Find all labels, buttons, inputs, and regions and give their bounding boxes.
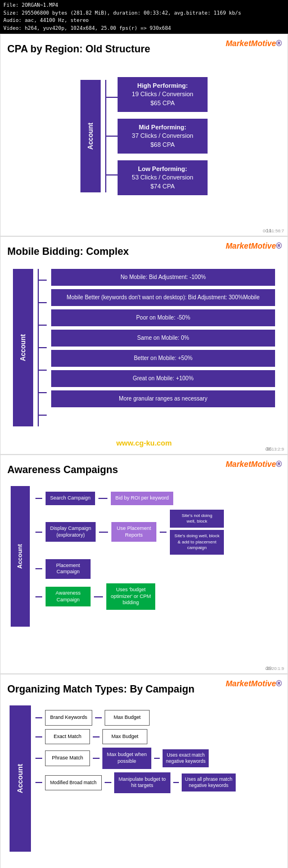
aw-display-campaign: Display Campaign(exploratory) bbox=[46, 522, 96, 542]
aw-placement-campaign: PlacementCampaign bbox=[46, 559, 91, 579]
m-tick3 bbox=[35, 758, 42, 759]
tick1 bbox=[106, 97, 118, 98]
tick3 bbox=[106, 174, 118, 176]
match-row-1: Brand Keywords Max Budget bbox=[35, 710, 278, 726]
video-info-line4: Video: h264, yuv420p, 1024x684, 25.00 fp… bbox=[3, 25, 285, 33]
slide1: MarketMotive® CPA by Region: Old Structu… bbox=[0, 34, 288, 236]
match-max-budget-2: Max Budget bbox=[102, 729, 147, 745]
m-arrow4b bbox=[173, 782, 179, 783]
slide1-content: Account High Performing:19 Clicks / Conv… bbox=[7, 63, 281, 209]
logo-motive: Motive bbox=[251, 39, 276, 48]
cpa-box-low: Low Performing:53 Clicks / Conversion$74… bbox=[118, 160, 208, 195]
logo-motive4: Motive bbox=[251, 679, 276, 688]
aw-arrow1 bbox=[98, 498, 107, 499]
slide2: MarketMotive® Mobile Bidding: Complex Ac… bbox=[0, 236, 288, 455]
mobile-box-3: Same on Mobile: 0% bbox=[51, 330, 275, 347]
m-tick7 bbox=[39, 415, 47, 416]
logo-slide2: MarketMotive® bbox=[226, 241, 282, 250]
bracket-ticks bbox=[106, 80, 118, 192]
logo-market2: Market bbox=[226, 241, 251, 250]
m-arrow3 bbox=[93, 758, 100, 759]
watermark: www.cg-ku.com bbox=[7, 439, 281, 447]
match-row-4: Modified Broad match Manipulate budget t… bbox=[35, 772, 278, 793]
m-arrow4 bbox=[105, 782, 111, 783]
slide3-account-bar: Account bbox=[11, 486, 29, 627]
video-info-line1: File: 2ORGAN~1.MP4 bbox=[3, 2, 285, 10]
m-tick6 bbox=[39, 392, 47, 393]
aw-budget-optimizer: Uses 'budgetoptimizer' or CPMbidding bbox=[106, 583, 155, 610]
mobile-box-1: Mobile Better (keywords don't want on de… bbox=[51, 289, 275, 306]
aw-search-campaign: Search Campaign bbox=[46, 492, 95, 505]
slide3-timestamp: 00:20:1:9 bbox=[266, 666, 284, 671]
aw-row-3: PlacementCampaign bbox=[35, 559, 277, 579]
slide2-content: Account No Mobile: Bid Adjustment: -100%… bbox=[7, 266, 281, 434]
logo-market4: Market bbox=[226, 679, 251, 688]
cpa-box-mid: Mid Performing:37 Clicks / Conversion$68… bbox=[118, 119, 208, 154]
match-phrase-match: Phrase Match bbox=[45, 750, 90, 766]
slide2-timestamp: 00:13:2:9 bbox=[266, 447, 284, 452]
aw-row-2: Display Campaign(exploratory) Use Placem… bbox=[35, 510, 277, 555]
match-row-3: Phrase Match Max budget whenpossible Use… bbox=[35, 748, 278, 768]
slide3-content: Account Search Campaign Bid by ROI per k… bbox=[7, 484, 281, 641]
video-info-line2: Size: 295506800 bytes (281.82 MiB), dura… bbox=[3, 10, 285, 17]
slide1-timestamp: 00:01:56:7 bbox=[263, 228, 284, 233]
mobile-box-2: Poor on Mobile: -50% bbox=[51, 309, 275, 326]
m-tick1 bbox=[39, 280, 47, 281]
mobile-ticks bbox=[39, 269, 47, 426]
logo-slide4: MarketMotive® bbox=[226, 679, 282, 688]
cpa-box-high: High Performing:19 Clicks / Conversion$6… bbox=[118, 77, 208, 112]
match-manipulate-budget: Manipulate budget tohit targets bbox=[114, 772, 170, 793]
match-max-budget-when: Max budget whenpossible bbox=[102, 748, 151, 768]
logo-slide1: MarketMotive® bbox=[226, 39, 282, 48]
tick2 bbox=[106, 136, 118, 137]
logo-market3: Market bbox=[226, 460, 251, 469]
slide1-account-bar: Account bbox=[80, 80, 101, 192]
slide2-account-bar: Account bbox=[13, 269, 33, 426]
slide4-account-bar: Account bbox=[10, 705, 30, 852]
aw-right-boxes: Site's not doingwell, block Site's doing… bbox=[170, 510, 224, 555]
slide4-diagram: Brand Keywords Max Budget Exact Match Ma… bbox=[31, 705, 278, 793]
aw-arrow4 bbox=[94, 596, 103, 597]
match-phrase-negative: Uses all phrase matchnegative keywords bbox=[182, 773, 236, 791]
aw-placement-reports: Use PlacementReports bbox=[111, 522, 156, 542]
mobile-box-6: More granular ranges as necessary bbox=[51, 390, 275, 407]
match-row-2: Exact Match Max Budget bbox=[35, 729, 278, 745]
slide3-diagram: Search Campaign Bid by ROI per keyword D… bbox=[30, 486, 277, 610]
match-brand-keywords: Brand Keywords bbox=[45, 710, 92, 726]
aw-doing-well: Site's doing well, block& add to placeme… bbox=[170, 530, 224, 554]
m-tick5 bbox=[39, 370, 47, 371]
m-tick4 bbox=[39, 347, 47, 348]
mobile-box-5: Great on Mobile: +100% bbox=[51, 370, 275, 387]
slide3: MarketMotive® Awareness Campaigns Accoun… bbox=[0, 455, 288, 674]
match-exact-negative: Uses exact matchnegative keywords bbox=[163, 749, 209, 767]
aw-tick1 bbox=[35, 498, 42, 499]
aw-tick4 bbox=[35, 596, 42, 597]
aw-bid-roi: Bid by ROI per keyword bbox=[111, 492, 173, 505]
logo-motive3: Motive bbox=[251, 460, 276, 469]
aw-not-doing-well: Site's not doingwell, block bbox=[170, 510, 224, 528]
video-info-bar: File: 2ORGAN~1.MP4 Size: 295506800 bytes… bbox=[0, 0, 288, 34]
logo-slide3: MarketMotive® bbox=[226, 460, 282, 469]
match-broad-match: Modified Broad match bbox=[45, 775, 102, 790]
aw-row-1: Search Campaign Bid by ROI per keyword bbox=[35, 492, 277, 505]
m-arrow3b bbox=[154, 758, 160, 759]
aw-arrow3 bbox=[160, 532, 166, 533]
m-tick2 bbox=[39, 302, 47, 303]
m-tick4 bbox=[35, 782, 42, 783]
m-tick1 bbox=[35, 717, 42, 718]
aw-tick3 bbox=[35, 568, 42, 569]
slide4-content: Account Brand Keywords Max Budget Exact … bbox=[7, 703, 281, 861]
m-arrow1 bbox=[95, 717, 102, 718]
m-tick2 bbox=[35, 736, 42, 737]
match-max-budget-1: Max Budget bbox=[105, 710, 150, 726]
match-exact-match: Exact Match bbox=[45, 729, 90, 745]
m-arrow2 bbox=[93, 736, 100, 737]
aw-awareness-campaign: AwarenessCampaign bbox=[46, 587, 91, 606]
mobile-boxes: No Mobile: Bid Adjustment: -100% Mobile … bbox=[51, 269, 275, 431]
aw-row-4: AwarenessCampaign Uses 'budgetoptimizer'… bbox=[35, 583, 277, 610]
m-tick3 bbox=[39, 325, 47, 326]
logo-market: Market bbox=[226, 39, 251, 48]
slide4: MarketMotive® Organizing Match Types: By… bbox=[0, 674, 288, 868]
aw-tick2 bbox=[35, 532, 42, 533]
cpa-boxes: High Performing:19 Clicks / Conversion$6… bbox=[118, 77, 208, 196]
